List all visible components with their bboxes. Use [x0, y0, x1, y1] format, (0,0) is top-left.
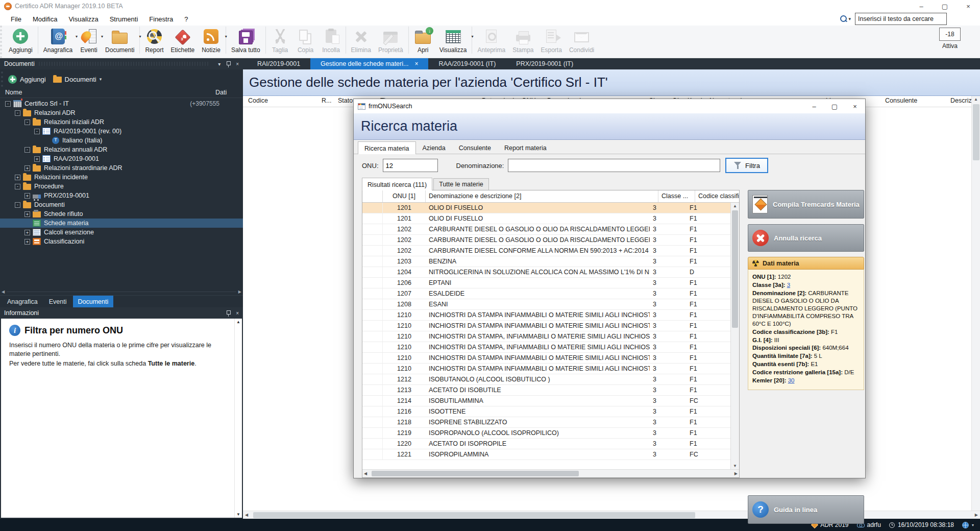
tree-expander[interactable]: -	[24, 147, 30, 153]
row-selector[interactable]	[362, 353, 383, 363]
table-row[interactable]: 1201 OLIO DI FUSELLO 3 F1	[362, 203, 730, 213]
tree-expander[interactable]: +	[34, 156, 40, 162]
tree-item[interactable]: + Calcoli esenzione	[0, 228, 243, 237]
tree-item[interactable]: - Relazioni ADR	[0, 108, 243, 117]
grid-vertical-scrollbar[interactable]: ▲ ▼	[730, 203, 739, 469]
search-icon[interactable]	[839, 15, 847, 23]
row-selector[interactable]	[362, 406, 383, 417]
row-selector[interactable]	[362, 331, 383, 342]
table-row[interactable]: 1208 ESANI 3 F1	[362, 299, 730, 310]
table-row[interactable]: 1210 INCHIOSTRI DA STAMPA INFIAMMABILI O…	[362, 310, 730, 321]
search-dropdown-caret[interactable]: ▾	[848, 16, 851, 21]
tree-expander[interactable]: -	[5, 101, 11, 107]
panel-documents-button[interactable]: Documenti	[65, 76, 96, 83]
dialog-tab[interactable]: Azienda	[416, 142, 452, 154]
toolbar-button[interactable]: ▾ Aggiungi	[5, 27, 38, 54]
menu-item[interactable]: Strumenti	[104, 13, 144, 25]
pin-icon[interactable]	[226, 61, 231, 67]
table-row[interactable]: 1204 NITROGLICERINA IN SOLUZIONE ALCOLIC…	[362, 267, 730, 278]
tree-expander[interactable]: +	[24, 193, 30, 199]
document-tab[interactable]: RAI/2019-0001 ×	[247, 58, 310, 69]
table-row[interactable]: 1218 ISOPRENE STABILIZZATO 3 F1	[362, 417, 730, 428]
column-dati[interactable]: Dati	[215, 89, 227, 96]
table-row[interactable]: 1202 CARBURANTE DIESEL CONFORME ALLA NOR…	[362, 246, 730, 256]
tree-item[interactable]: - Procedure	[0, 182, 243, 191]
chevron-down-icon[interactable]: ▾	[139, 34, 141, 39]
toolbar-button[interactable]: ▾ Visualizza	[436, 27, 473, 54]
tree-item[interactable]: + PRX/2019-0001	[0, 191, 243, 200]
menu-item[interactable]: Finestra	[143, 13, 179, 25]
panel-tab[interactable]: Documenti	[73, 296, 114, 307]
tree-item[interactable]: - Certifico Srl - IT (+3907555	[0, 99, 243, 108]
dialog-minimize-button[interactable]: –	[804, 99, 824, 113]
column-classe[interactable]: Classe ...	[658, 190, 695, 202]
scroll-down-icon[interactable]: ▼	[733, 464, 737, 468]
result-tab[interactable]: Tutte le materie	[433, 178, 488, 190]
toolbar-button[interactable]: ▾ Esporta	[537, 27, 566, 54]
table-row[interactable]: 1202 CARBURANTE DIESEL O GASOLIO O OLIO …	[362, 224, 730, 235]
scroll-up-icon[interactable]: ▲	[733, 204, 737, 208]
tree-item[interactable]: + Relazioni incidente	[0, 173, 243, 182]
main-column-header[interactable]: Consulente	[883, 96, 948, 104]
dialog-tab[interactable]: Ricerca materia	[358, 141, 416, 154]
dialog-tab[interactable]: Report materia	[498, 142, 553, 154]
row-selector[interactable]	[362, 203, 383, 213]
tree-item[interactable]: - Relazioni annuali ADR	[0, 145, 243, 154]
chevron-down-icon[interactable]: ▾	[100, 77, 102, 82]
row-selector[interactable]	[362, 267, 383, 277]
row-selector[interactable]	[362, 321, 383, 331]
tree-item[interactable]: - Relazioni iniziali ADR	[0, 117, 243, 127]
annulla-ricerca-button[interactable]: Annulla ricerca	[748, 224, 864, 252]
table-row[interactable]: 1210 INCHIOSTRI DA STAMPA INFIAMMABILI O…	[362, 353, 730, 364]
tree-expander[interactable]: +	[24, 211, 30, 217]
row-selector[interactable]	[362, 235, 383, 245]
close-button[interactable]: ×	[957, 0, 980, 12]
info-vertical-scrollbar[interactable]: ▲ ▼	[234, 319, 242, 518]
panel-tab[interactable]: Anagrafica	[2, 296, 43, 307]
main-column-header[interactable]: R...	[320, 96, 336, 104]
scroll-right-icon[interactable]: ▶	[975, 513, 978, 517]
table-row[interactable]: 1207 ESALDEIDE 3 F1	[362, 288, 730, 299]
tree-item[interactable]: + Classificazioni	[0, 237, 243, 246]
row-selector[interactable]	[362, 374, 383, 384]
chevron-down-icon[interactable]: ▾	[225, 34, 227, 39]
table-row[interactable]: 1214 ISOBUTILAMMINA 3 FC	[362, 396, 730, 406]
table-row[interactable]: 1219 ISOPROPANOLO (ALCOOL ISOPROPILICO) …	[362, 428, 730, 439]
table-row[interactable]: 1210 INCHIOSTRI DA STAMPA INFIAMMABILI O…	[362, 321, 730, 331]
tab-close-icon[interactable]: ×	[414, 60, 418, 67]
toolbar-button[interactable]: ▾ Elimina	[348, 27, 375, 54]
panel-add-button[interactable]: Aggiungi	[20, 76, 46, 83]
row-selector[interactable]	[362, 256, 383, 267]
row-selector[interactable]	[362, 428, 383, 438]
pin-icon[interactable]	[226, 310, 231, 317]
row-selector[interactable]	[362, 246, 383, 256]
minimize-button[interactable]: –	[910, 0, 933, 12]
table-row[interactable]: 1210 INCHIOSTRI DA STAMPA, INFIAMMABILI …	[362, 331, 730, 342]
toolbar-button[interactable]: ▾ Stampa	[509, 27, 537, 54]
tree-item[interactable]: Schede materia	[0, 219, 243, 228]
tree-expander[interactable]: +	[24, 230, 30, 235]
toolbar-button[interactable]: ▾ Condividi	[566, 27, 598, 54]
row-selector[interactable]	[362, 385, 383, 395]
scroll-up-icon[interactable]: ▲	[974, 97, 978, 102]
tree-expander[interactable]: -	[15, 110, 20, 116]
table-row[interactable]: 1210 INCHIOSTRI DA STAMPA INFIAMMABILI O…	[362, 364, 730, 374]
row-selector[interactable]	[362, 288, 383, 299]
row-selector[interactable]	[362, 417, 383, 427]
grid-horizontal-scrollbar[interactable]: ◀ ▶	[362, 469, 739, 477]
toolbar-button[interactable]: ▾ Report	[141, 27, 167, 54]
table-row[interactable]: 1201 OLIO DI FUSELLO 3 F1	[362, 213, 730, 224]
tree-expander[interactable]: +	[15, 175, 20, 180]
document-tab[interactable]: PRX/2019-0001 (IT) ×	[506, 58, 583, 69]
scroll-down-icon[interactable]: ▼	[236, 512, 240, 517]
dialog-tab[interactable]: Consulente	[452, 142, 498, 154]
row-selector[interactable]	[362, 224, 383, 234]
dialog-title-bar[interactable]: frmONUSearch – ▢ ×	[354, 99, 865, 113]
filtra-button[interactable]: Filtra	[725, 158, 768, 173]
tree-expander[interactable]: -	[15, 202, 20, 208]
table-row[interactable]: 1210 INCHIOSTRI DA STAMPA, INFIAMMABILI …	[362, 342, 730, 353]
table-row[interactable]: 1206 EPTANI 3 F1	[362, 278, 730, 288]
menu-item[interactable]: Modifica	[27, 13, 63, 25]
tree-item[interactable]: - Documenti	[0, 200, 243, 209]
scroll-right-icon[interactable]: ▶	[238, 289, 241, 294]
